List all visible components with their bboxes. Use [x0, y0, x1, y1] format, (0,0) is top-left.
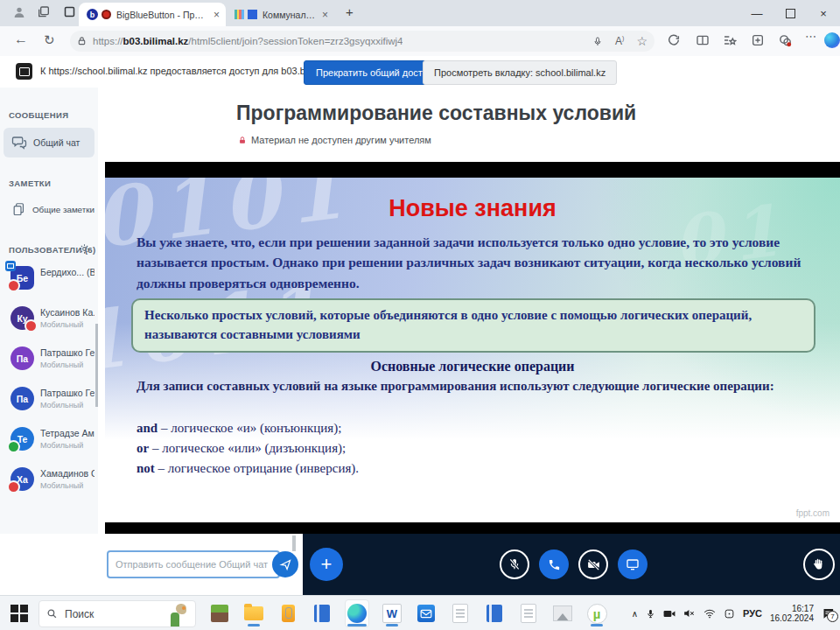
journal-app-icon[interactable]: [483, 600, 506, 626]
tab-group-icon: [234, 10, 244, 19]
favorite-star-icon[interactable]: ☆: [636, 34, 648, 48]
actions-plus-button[interactable]: +: [310, 548, 343, 581]
tray-camera-icon[interactable]: [663, 609, 676, 619]
avatar: Па: [17, 354, 28, 364]
phone-audio-button[interactable]: [539, 550, 569, 579]
tab-recording-icon: [102, 10, 111, 19]
tray-date: 16.02.2024: [770, 613, 814, 623]
restore-button[interactable]: [774, 0, 807, 26]
tab-title: BigBlueButton - Программ...: [116, 10, 207, 20]
browser-essentials-icon[interactable]: [667, 33, 681, 47]
lock-icon: [238, 136, 247, 145]
public-chat-label: Общий чат: [33, 137, 80, 148]
notes-icon: [11, 202, 26, 217]
screen-share-badge-icon: [5, 261, 16, 271]
slide-heading: Новые знания: [105, 195, 840, 222]
user-list-item[interactable]: Бе Бердихо... (Вы): [0, 262, 98, 303]
bbb-sidebar: СООБЩЕНИЯ Общий чат ЗАМЕТКИ Общие заметк…: [0, 88, 99, 595]
user-name: Кусаинов Ка...: [40, 307, 94, 318]
tray-microphone-icon[interactable]: [646, 608, 655, 620]
copilot-icon[interactable]: [824, 32, 840, 48]
chat-message-input[interactable]: [107, 550, 280, 578]
profile-icon[interactable]: [12, 5, 26, 19]
microphone-muted-button[interactable]: [500, 550, 529, 579]
screen-share-button[interactable]: [618, 550, 648, 579]
url-text: https://b03.bilimal.kz/html5client/join?…: [93, 36, 402, 46]
photos-app-icon[interactable]: [551, 600, 574, 626]
word-icon[interactable]: W: [381, 600, 403, 626]
hidden-icons-chevron-icon[interactable]: ∧: [632, 609, 638, 619]
journal-app-icon[interactable]: [311, 600, 333, 626]
close-button[interactable]: ×: [807, 0, 840, 26]
slide-operation-and: and – логическое «и» (конъюнкция);: [136, 421, 341, 436]
send-message-button[interactable]: [272, 551, 298, 578]
user-name: Тетрадзе Ам...: [40, 428, 94, 438]
back-icon[interactable]: ←: [14, 32, 28, 47]
minimize-button[interactable]: —: [740, 0, 774, 26]
split-screen-icon[interactable]: [696, 33, 710, 47]
refresh-icon[interactable]: ↻: [44, 32, 55, 48]
tab-share-icon: [16, 63, 32, 80]
language-indicator[interactable]: РУС: [743, 608, 762, 619]
more-menu-icon[interactable]: ⋯: [805, 30, 817, 43]
bigbluebutton-app: СООБЩЕНИЯ Общий чат ЗАМЕТКИ Общие заметк…: [0, 88, 840, 595]
phone-muted-badge-icon: [7, 279, 20, 292]
collections-icon[interactable]: [723, 33, 737, 47]
bigbluebutton-favicon-icon: b: [87, 9, 98, 20]
actions-bar: +: [303, 534, 840, 595]
read-aloud-icon[interactable]: A): [615, 35, 624, 47]
document-app-icon[interactable]: [517, 600, 540, 626]
clock[interactable]: 16:17 16.02.2024: [770, 604, 814, 623]
slide-subheading: Основные логические операции: [105, 359, 840, 374]
tray-safely-remove-icon[interactable]: [724, 608, 735, 620]
user-list-item[interactable]: Ку Кусаинов Ка... Мобильный: [0, 303, 98, 343]
mail-icon[interactable]: [415, 600, 438, 626]
workspaces-icon[interactable]: [37, 5, 51, 19]
user-list-item[interactable]: Па Патрашко Ге... Мобильный: [0, 383, 98, 424]
shared-notes-label: Общие заметки: [32, 205, 94, 214]
minecraft-icon[interactable]: [208, 600, 231, 626]
tab-close-icon[interactable]: ×: [316, 9, 334, 21]
edge-browser-icon[interactable]: [345, 599, 369, 627]
sidebar-item-public-chat[interactable]: Общий чат: [4, 128, 94, 158]
avatar: Па: [17, 394, 28, 404]
utorrent-icon[interactable]: µ: [585, 600, 608, 626]
voice-search-icon[interactable]: [592, 36, 603, 47]
address-bar[interactable]: https://b03.bilimal.kz/html5client/join?…: [70, 31, 654, 52]
slide-operation-or: or – логическое «или» (дизъюнкция);: [136, 441, 346, 456]
browser-toolbar: ← ↻ https://b03.bilimal.kz/html5client/j…: [0, 26, 840, 57]
extensions-alert-icon[interactable]: [778, 33, 793, 48]
raise-hand-button[interactable]: [803, 549, 835, 580]
tray-volume-muted-icon[interactable]: [683, 608, 696, 619]
tab-actions-icon[interactable]: [63, 5, 76, 18]
user-list-item[interactable]: Те Тетрадзе Ам... Мобильный: [0, 424, 98, 464]
file-explorer-icon[interactable]: [242, 600, 265, 626]
start-button[interactable]: [10, 605, 28, 622]
view-shared-tab-button[interactable]: Просмотреть вкладку: school.bilimal.kz: [423, 60, 617, 85]
tab-close-icon[interactable]: ×: [207, 9, 226, 21]
tab-title: Коммунальное государств...: [262, 10, 316, 20]
document-app-icon[interactable]: [449, 600, 472, 626]
browser-tab-bigbluebutton[interactable]: b BigBlueButton - Программ... ×: [79, 3, 226, 26]
lock-icon: [77, 36, 87, 46]
taskbar-search[interactable]: Поиск: [38, 600, 196, 627]
chat-scrollbar[interactable]: [292, 536, 296, 551]
clip-app-icon[interactable]: [276, 600, 299, 626]
tray-network-icon[interactable]: [704, 609, 716, 619]
phone-muted-badge-icon: [7, 480, 20, 494]
windows-taskbar: Поиск W µ ∧ РУС: [0, 595, 840, 630]
user-name: Бердихо... (Вы): [40, 267, 94, 277]
notification-center-icon[interactable]: 7: [822, 607, 835, 620]
add-to-collection-icon[interactable]: [751, 33, 765, 47]
user-name: Патрашко Ге...: [40, 388, 94, 398]
new-tab-icon[interactable]: +: [346, 4, 354, 19]
browser-tab-school-site[interactable]: Коммунальное государств... ×: [229, 3, 334, 26]
manage-users-gear-icon[interactable]: [79, 243, 90, 255]
user-list-item[interactable]: Па Патрашко Ге... Мобильный: [0, 343, 98, 383]
presentation-slide: 0101 1011 01 Новые знания Вы уже знаете,…: [105, 162, 840, 534]
phone-muted-badge-icon: [24, 319, 38, 332]
user-list-item[interactable]: Ха Хамадинов С... Мобильный: [0, 464, 98, 504]
sidebar-item-shared-notes[interactable]: Общие заметки: [4, 194, 94, 224]
webcam-off-button[interactable]: [578, 550, 608, 579]
chat-icon: [11, 135, 27, 150]
